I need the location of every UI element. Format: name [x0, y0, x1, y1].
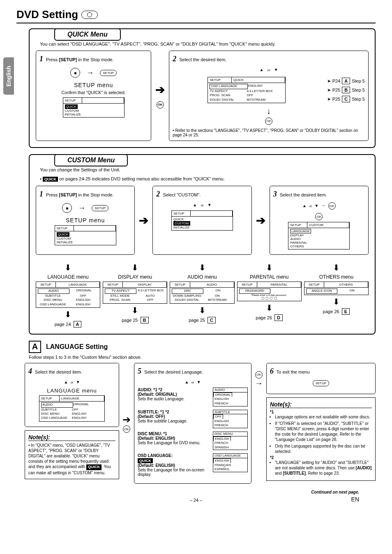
confirm-text: Confirm that "QUICK" is selected.: [39, 90, 148, 95]
page-footer: – 24 – Continued on next page. EN: [16, 490, 376, 503]
ok-button-icon: OK: [265, 118, 272, 125]
submenu-d: ⬇ PARENTAL menu SETUPPARENTAL PASSWORDPl…: [237, 261, 302, 328]
osd-option-list: SUBTITLEOFFENGLISHFRENCH: [213, 410, 248, 428]
language-menu-label: LANGUAGE menu: [28, 388, 115, 394]
down-arrow-icon: ▼: [208, 203, 212, 207]
up-arrow-icon: ▲: [302, 203, 307, 208]
custom-menu-tab: CUSTOM Menu: [54, 154, 128, 166]
section-letter: A: [29, 341, 41, 353]
lang-step-6: 6 To exit the menu SETUP: [266, 363, 376, 394]
submenu-a: ⬇ LANGUAGE menu SETUPLANGUAGE AUDIOORIGI…: [36, 261, 100, 328]
down-arrow-icon: ▼: [314, 203, 318, 208]
language-setting-item: AUDIOORIGINALENGLISHFRENCH AUDIO: *1 *2 …: [138, 388, 248, 406]
language-tab: English: [3, 58, 14, 95]
ok-button-icon: OK: [328, 202, 336, 210]
up-arrow-icon: ▲: [259, 67, 263, 72]
page-title-row: DVD Setting: [16, 8, 376, 23]
custom-step-3: 3 Select the desired item. ▲ or ▼ → OK O…: [270, 186, 369, 255]
down-arrow-icon: ⬇: [36, 263, 100, 272]
osd-setup-menu: SETUP QUICK CUSTOM INITIALIZE: [55, 225, 116, 245]
osd-option-list: AUDIOORIGINALENGLISHFRENCH: [213, 388, 248, 406]
ok-button-icon: OK: [157, 101, 164, 108]
osd-submenu: SETUPAUDIO DRCONDOWN SAMPLINGONDOLBY DIG…: [170, 282, 234, 303]
stop-icon: ■: [70, 68, 80, 78]
language-setting-header: A LANGUAGE Setting: [29, 341, 376, 353]
submenu-b: ⬇ DISPLAY menu SETUPDISPLAY TV ASPECT4:3…: [103, 261, 167, 328]
setup-button-icon: SETUP: [313, 380, 330, 386]
down-arrow-icon: ⬇: [304, 263, 369, 272]
osd-custom-menu: SETUPCUSTOM LANGUAGE DISPLAY AUDIO PAREN…: [288, 222, 350, 249]
quick-badge: QUICK: [86, 464, 101, 470]
follow-steps-text: Follow steps 1 to 3 in the "Custom Menu"…: [29, 355, 376, 360]
up-arrow-icon: ▲: [64, 380, 68, 384]
notes-box-2: Note(s): *1 Language options are not ava…: [266, 397, 376, 481]
page-ref-b: ➤ P25 B Step 5: [327, 87, 365, 93]
language-mark: EN: [250, 496, 359, 503]
page-number: – 24 –: [142, 498, 251, 503]
ok-button-icon: OK: [255, 371, 263, 379]
down-arrow-icon: ⬇: [304, 297, 369, 307]
osd-setup-menu: SETUP QUICK CUSTOM INITIALIZE: [171, 210, 233, 231]
osd-submenu: SETUPLANGUAGE AUDIOORIGINALSUBTITLEOFFDI…: [36, 282, 100, 308]
osd-setup-menu: SETUP QUICK CUSTOM INITIALIZE: [63, 97, 125, 118]
up-arrow-icon: ▲: [193, 203, 197, 207]
submenu-c: ⬇ AUDIO menu SETUPAUDIO DRCONDOWN SAMPLI…: [170, 261, 234, 328]
lang-step-5: 5 Select the desired Language. ▲ or ▼ AU…: [134, 363, 251, 484]
quick-menu-section: QUICK Menu You can select "OSD LANGUAGE"…: [29, 28, 376, 148]
setup-menu-label: SETUP menu: [39, 217, 131, 224]
submenus-row: ⬇ LANGUAGE menu SETUPLANGUAGE AUDIOORIGI…: [36, 261, 369, 328]
language-setting-title: LANGUAGE Setting: [46, 343, 108, 351]
dvd-disc-icon: [81, 11, 98, 19]
osd-option-list: OSD LANGUAGEENGLISHFRANÇAISESPAÑOL: [213, 453, 248, 472]
page-ref-c: ➤ P25 C Step 5: [327, 96, 365, 102]
step-number: 1: [39, 55, 43, 63]
arrow-right-icon: [78, 204, 85, 212]
setup-button-icon: SETUP: [92, 205, 108, 211]
down-arrow-icon: ⬇: [36, 309, 100, 319]
down-arrow-icon: ▼: [197, 380, 201, 384]
arrow-right-icon: →: [321, 203, 325, 208]
quick-note: • Refer to the sections "LANGUAGE", "TV …: [173, 128, 365, 137]
language-setting-item: OSD LANGUAGEENGLISHFRANÇAISESPAÑOL OSD L…: [138, 453, 248, 477]
continued-text: Continued on next page.: [250, 490, 359, 494]
down-arrow-icon: ⬇: [103, 305, 167, 315]
osd-option-list: DISC MENUENGLISHFRENCHSPANISH: [213, 432, 248, 450]
notes-box-1: Note(s): • In "QUICK" menu, "OSD LANGUAG…: [25, 430, 119, 479]
arrow-connector: ➔ OK: [155, 51, 165, 141]
down-arrow-icon: ⬇: [103, 263, 167, 272]
quick-step-2: 2 Select the desired item. ▲ or ▼ SETUPQ…: [169, 51, 369, 141]
step-number: 2: [173, 55, 176, 63]
up-arrow-icon: ▲: [184, 380, 189, 384]
quick-menu-tab: QUICK Menu: [54, 28, 121, 41]
osd-language-menu: SETUPLANGUAGE AUDIOORIGINAL SUBTITLEOFF …: [39, 395, 105, 422]
quick-badge: QUICK: [43, 177, 58, 182]
stop-icon: ■: [62, 203, 72, 213]
custom-intro-2: • QUICK on pages 24-25 indicates DVD set…: [40, 176, 369, 182]
osd-submenu: SETUPDISPLAY TV ASPECT4:3 LETTER BOXSTIL…: [103, 282, 167, 303]
ok-button-icon: OK: [315, 213, 323, 220]
custom-step-2: 2 Select "CUSTOM". ▲ or ▼ SETUP QUICK CU…: [152, 186, 251, 255]
custom-step-1: 1 Press [SETUP] in the Stop mode. ■ SETU…: [36, 186, 135, 255]
ok-button-icon: OK: [123, 425, 130, 433]
submenu-e: ⬇ OTHERS menu SETUPOTHERS ANGLE ICONON ⬇…: [304, 261, 369, 328]
down-arrow-icon: ⬇: [237, 263, 302, 272]
language-setting-item: SUBTITLEOFFENGLISHFRENCH SUBTITLE: *1 *2…: [138, 410, 248, 428]
arrow-right-icon: [86, 69, 94, 77]
quick-step-1: 1 Press [SETUP] in the Stop mode. ■ SETU…: [36, 51, 151, 141]
down-arrow-icon: ⬇: [170, 263, 234, 272]
quick-intro: You can select "OSD LANGUAGE", "TV ASPEC…: [40, 42, 369, 46]
osd-submenu: SETUPPARENTAL PASSWORDPlease enter a 4-d…: [237, 282, 302, 301]
osd-quick-menu: SETUPQUICK OSD LANGUAGEENGLISH TV ASPECT…: [208, 77, 286, 103]
page-ref-a: ➤P24 A Step 5: [327, 78, 365, 84]
down-arrow-icon: ⬇: [170, 305, 234, 315]
lang-step-4: 4 Select the desired item. ▲ or ▼ LANGUA…: [25, 363, 119, 427]
setup-button-icon: SETUP: [100, 70, 117, 76]
language-setting-item: DISC MENUENGLISHFRENCHSPANISH DISC MENU:…: [138, 432, 248, 450]
custom-intro-1: You can change the Settings of the Unit.: [40, 167, 369, 172]
osd-submenu: SETUPOTHERS ANGLE ICONON: [304, 282, 369, 295]
quick-badge: QUICK: [138, 458, 153, 463]
page-title: DVD Setting: [16, 8, 78, 21]
setup-menu-label: SETUP menu: [39, 82, 148, 88]
down-arrow-icon: ▼: [274, 67, 278, 72]
down-arrow-icon: ▼: [76, 380, 80, 384]
